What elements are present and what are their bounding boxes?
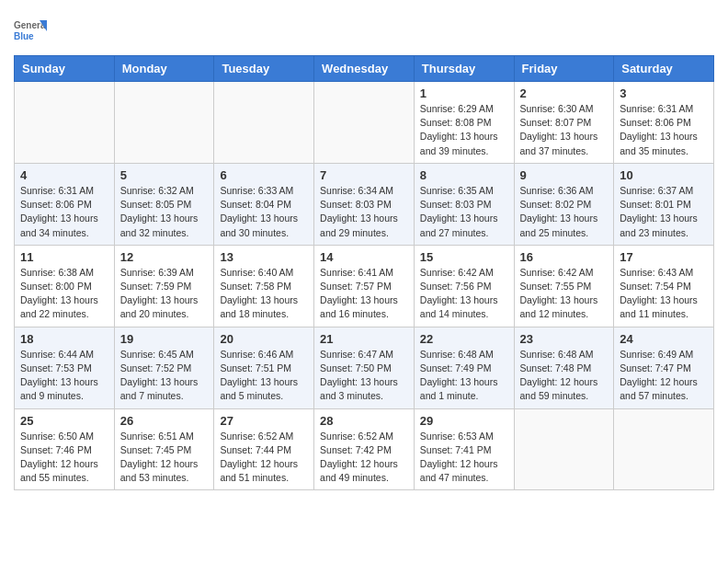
calendar-day-cell: 28Sunrise: 6:52 AM Sunset: 7:42 PM Dayli… xyxy=(314,408,415,490)
weekday-header-thursday: Thursday xyxy=(414,56,514,82)
weekday-header-monday: Monday xyxy=(114,56,214,82)
day-info: Sunrise: 6:41 AM Sunset: 7:57 PM Dayligh… xyxy=(320,266,408,322)
day-info: Sunrise: 6:31 AM Sunset: 8:06 PM Dayligh… xyxy=(20,184,108,240)
day-number: 8 xyxy=(420,168,508,182)
day-info: Sunrise: 6:43 AM Sunset: 7:54 PM Dayligh… xyxy=(620,266,708,322)
calendar-day-cell: 23Sunrise: 6:48 AM Sunset: 7:48 PM Dayli… xyxy=(514,327,614,408)
day-number: 4 xyxy=(20,168,108,182)
day-info: Sunrise: 6:52 AM Sunset: 7:42 PM Dayligh… xyxy=(320,430,408,486)
day-info: Sunrise: 6:51 AM Sunset: 7:45 PM Dayligh… xyxy=(120,430,209,486)
day-number: 29 xyxy=(420,414,508,428)
day-info: Sunrise: 6:39 AM Sunset: 7:59 PM Dayligh… xyxy=(120,266,209,322)
day-info: Sunrise: 6:42 AM Sunset: 7:55 PM Dayligh… xyxy=(520,266,609,322)
day-number: 6 xyxy=(220,168,308,182)
day-info: Sunrise: 6:30 AM Sunset: 8:07 PM Dayligh… xyxy=(520,102,609,158)
day-info: Sunrise: 6:32 AM Sunset: 8:05 PM Dayligh… xyxy=(120,184,209,240)
day-number: 7 xyxy=(320,168,408,182)
day-info: Sunrise: 6:47 AM Sunset: 7:50 PM Dayligh… xyxy=(320,348,408,404)
day-info: Sunrise: 6:31 AM Sunset: 8:06 PM Dayligh… xyxy=(620,102,708,158)
day-info: Sunrise: 6:50 AM Sunset: 7:46 PM Dayligh… xyxy=(20,430,108,486)
calendar-day-cell: 16Sunrise: 6:42 AM Sunset: 7:55 PM Dayli… xyxy=(514,245,614,327)
day-info: Sunrise: 6:42 AM Sunset: 7:56 PM Dayligh… xyxy=(420,266,508,322)
calendar-day-cell: 11Sunrise: 6:38 AM Sunset: 8:00 PM Dayli… xyxy=(15,245,115,327)
day-number: 11 xyxy=(20,250,108,264)
calendar-day-cell: 29Sunrise: 6:53 AM Sunset: 7:41 PM Dayli… xyxy=(414,408,514,490)
day-info: Sunrise: 6:46 AM Sunset: 7:51 PM Dayligh… xyxy=(220,348,308,404)
day-number: 9 xyxy=(520,168,609,182)
calendar-week-row: 4Sunrise: 6:31 AM Sunset: 8:06 PM Daylig… xyxy=(15,163,714,245)
calendar-day-cell xyxy=(214,82,314,164)
day-info: Sunrise: 6:48 AM Sunset: 7:49 PM Dayligh… xyxy=(420,348,508,404)
day-number: 25 xyxy=(20,414,108,428)
day-number: 2 xyxy=(520,86,609,100)
calendar-day-cell: 18Sunrise: 6:44 AM Sunset: 7:53 PM Dayli… xyxy=(15,327,115,408)
calendar-day-cell: 8Sunrise: 6:35 AM Sunset: 8:03 PM Daylig… xyxy=(414,163,514,245)
day-info: Sunrise: 6:45 AM Sunset: 7:52 PM Dayligh… xyxy=(120,348,209,404)
calendar-day-cell xyxy=(114,82,214,164)
logo: General Blue xyxy=(14,17,47,50)
day-info: Sunrise: 6:44 AM Sunset: 7:53 PM Dayligh… xyxy=(20,348,108,404)
day-number: 21 xyxy=(320,332,408,346)
calendar-day-cell xyxy=(514,408,614,490)
day-number: 20 xyxy=(220,332,308,346)
day-number: 24 xyxy=(620,332,708,346)
day-number: 17 xyxy=(620,250,708,264)
day-number: 22 xyxy=(420,332,508,346)
day-number: 18 xyxy=(20,332,108,346)
page-header: General Blue xyxy=(14,9,714,50)
day-number: 15 xyxy=(420,250,508,264)
calendar-day-cell: 7Sunrise: 6:34 AM Sunset: 8:03 PM Daylig… xyxy=(314,163,415,245)
svg-text:Blue: Blue xyxy=(14,31,34,41)
weekday-header-row: SundayMondayTuesdayWednesdayThursdayFrid… xyxy=(15,56,714,82)
calendar-week-row: 25Sunrise: 6:50 AM Sunset: 7:46 PM Dayli… xyxy=(15,408,714,490)
day-info: Sunrise: 6:29 AM Sunset: 8:08 PM Dayligh… xyxy=(420,102,508,158)
day-number: 26 xyxy=(120,414,209,428)
day-number: 12 xyxy=(120,250,209,264)
day-number: 13 xyxy=(220,250,308,264)
calendar-day-cell: 22Sunrise: 6:48 AM Sunset: 7:49 PM Dayli… xyxy=(414,327,514,408)
day-info: Sunrise: 6:48 AM Sunset: 7:48 PM Dayligh… xyxy=(520,348,609,404)
calendar-week-row: 18Sunrise: 6:44 AM Sunset: 7:53 PM Dayli… xyxy=(15,327,714,408)
calendar-day-cell: 26Sunrise: 6:51 AM Sunset: 7:45 PM Dayli… xyxy=(114,408,214,490)
calendar-day-cell: 17Sunrise: 6:43 AM Sunset: 7:54 PM Dayli… xyxy=(614,245,714,327)
day-info: Sunrise: 6:53 AM Sunset: 7:41 PM Dayligh… xyxy=(420,430,508,486)
day-number: 14 xyxy=(320,250,408,264)
calendar-day-cell xyxy=(614,408,714,490)
weekday-header-tuesday: Tuesday xyxy=(214,56,314,82)
day-info: Sunrise: 6:36 AM Sunset: 8:02 PM Dayligh… xyxy=(520,184,609,240)
calendar-day-cell: 13Sunrise: 6:40 AM Sunset: 7:58 PM Dayli… xyxy=(214,245,314,327)
weekday-header-wednesday: Wednesday xyxy=(314,56,415,82)
calendar-day-cell: 4Sunrise: 6:31 AM Sunset: 8:06 PM Daylig… xyxy=(15,163,115,245)
calendar-day-cell xyxy=(314,82,415,164)
calendar-week-row: 1Sunrise: 6:29 AM Sunset: 8:08 PM Daylig… xyxy=(15,82,714,164)
calendar-day-cell: 3Sunrise: 6:31 AM Sunset: 8:06 PM Daylig… xyxy=(614,82,714,164)
calendar-day-cell: 6Sunrise: 6:33 AM Sunset: 8:04 PM Daylig… xyxy=(214,163,314,245)
day-info: Sunrise: 6:38 AM Sunset: 8:00 PM Dayligh… xyxy=(20,266,108,322)
calendar-day-cell: 9Sunrise: 6:36 AM Sunset: 8:02 PM Daylig… xyxy=(514,163,614,245)
calendar-day-cell: 12Sunrise: 6:39 AM Sunset: 7:59 PM Dayli… xyxy=(114,245,214,327)
calendar-day-cell: 24Sunrise: 6:49 AM Sunset: 7:47 PM Dayli… xyxy=(614,327,714,408)
day-number: 10 xyxy=(620,168,708,182)
calendar-day-cell: 10Sunrise: 6:37 AM Sunset: 8:01 PM Dayli… xyxy=(614,163,714,245)
calendar-day-cell: 27Sunrise: 6:52 AM Sunset: 7:44 PM Dayli… xyxy=(214,408,314,490)
day-number: 28 xyxy=(320,414,408,428)
calendar-day-cell: 25Sunrise: 6:50 AM Sunset: 7:46 PM Dayli… xyxy=(15,408,115,490)
day-info: Sunrise: 6:35 AM Sunset: 8:03 PM Dayligh… xyxy=(420,184,508,240)
calendar-day-cell: 19Sunrise: 6:45 AM Sunset: 7:52 PM Dayli… xyxy=(114,327,214,408)
weekday-header-sunday: Sunday xyxy=(15,56,115,82)
day-info: Sunrise: 6:40 AM Sunset: 7:58 PM Dayligh… xyxy=(220,266,308,322)
logo-icon: General Blue xyxy=(14,17,47,50)
calendar-table: SundayMondayTuesdayWednesdayThursdayFrid… xyxy=(14,55,714,490)
weekday-header-friday: Friday xyxy=(514,56,614,82)
weekday-header-saturday: Saturday xyxy=(614,56,714,82)
day-info: Sunrise: 6:34 AM Sunset: 8:03 PM Dayligh… xyxy=(320,184,408,240)
calendar-day-cell: 20Sunrise: 6:46 AM Sunset: 7:51 PM Dayli… xyxy=(214,327,314,408)
calendar-day-cell: 1Sunrise: 6:29 AM Sunset: 8:08 PM Daylig… xyxy=(414,82,514,164)
calendar-day-cell: 2Sunrise: 6:30 AM Sunset: 8:07 PM Daylig… xyxy=(514,82,614,164)
calendar-day-cell: 14Sunrise: 6:41 AM Sunset: 7:57 PM Dayli… xyxy=(314,245,415,327)
day-info: Sunrise: 6:49 AM Sunset: 7:47 PM Dayligh… xyxy=(620,348,708,404)
day-info: Sunrise: 6:33 AM Sunset: 8:04 PM Dayligh… xyxy=(220,184,308,240)
calendar-day-cell: 15Sunrise: 6:42 AM Sunset: 7:56 PM Dayli… xyxy=(414,245,514,327)
calendar-day-cell xyxy=(15,82,115,164)
day-info: Sunrise: 6:37 AM Sunset: 8:01 PM Dayligh… xyxy=(620,184,708,240)
